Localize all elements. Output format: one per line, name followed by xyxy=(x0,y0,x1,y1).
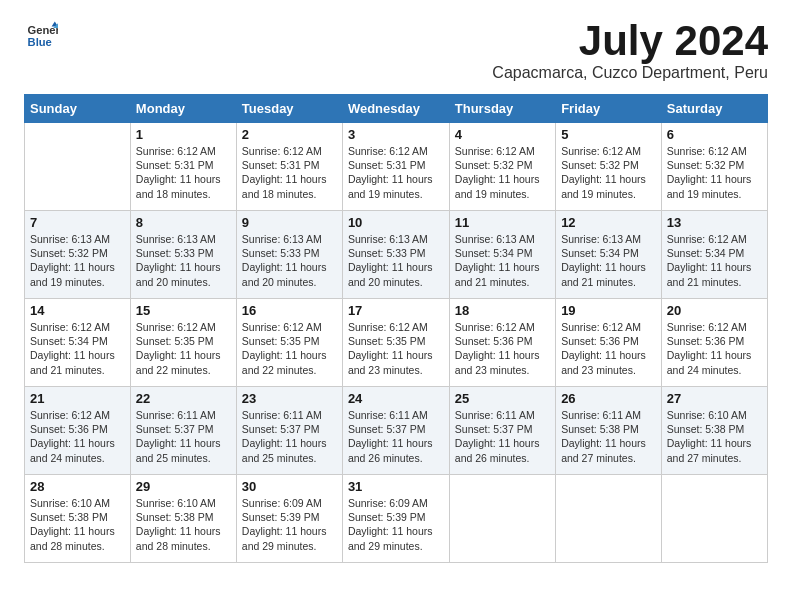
day-number: 5 xyxy=(561,127,656,142)
weekday-header-wednesday: Wednesday xyxy=(342,95,449,123)
day-info: Sunrise: 6:12 AM Sunset: 5:31 PM Dayligh… xyxy=(136,144,231,201)
day-number: 29 xyxy=(136,479,231,494)
calendar-cell: 14Sunrise: 6:12 AM Sunset: 5:34 PM Dayli… xyxy=(25,299,131,387)
weekday-header-row: SundayMondayTuesdayWednesdayThursdayFrid… xyxy=(25,95,768,123)
weekday-header-saturday: Saturday xyxy=(661,95,767,123)
calendar-cell: 20Sunrise: 6:12 AM Sunset: 5:36 PM Dayli… xyxy=(661,299,767,387)
calendar-cell: 26Sunrise: 6:11 AM Sunset: 5:38 PM Dayli… xyxy=(556,387,662,475)
day-number: 13 xyxy=(667,215,762,230)
day-number: 14 xyxy=(30,303,125,318)
location-subtitle: Capacmarca, Cuzco Department, Peru xyxy=(492,64,768,82)
day-number: 30 xyxy=(242,479,337,494)
calendar-cell: 7Sunrise: 6:13 AM Sunset: 5:32 PM Daylig… xyxy=(25,211,131,299)
weekday-header-tuesday: Tuesday xyxy=(236,95,342,123)
day-info: Sunrise: 6:13 AM Sunset: 5:32 PM Dayligh… xyxy=(30,232,125,289)
calendar-cell: 8Sunrise: 6:13 AM Sunset: 5:33 PM Daylig… xyxy=(130,211,236,299)
weekday-header-thursday: Thursday xyxy=(449,95,555,123)
day-number: 28 xyxy=(30,479,125,494)
day-info: Sunrise: 6:12 AM Sunset: 5:36 PM Dayligh… xyxy=(561,320,656,377)
day-info: Sunrise: 6:11 AM Sunset: 5:37 PM Dayligh… xyxy=(242,408,337,465)
calendar-cell: 24Sunrise: 6:11 AM Sunset: 5:37 PM Dayli… xyxy=(342,387,449,475)
day-number: 22 xyxy=(136,391,231,406)
calendar-cell: 2Sunrise: 6:12 AM Sunset: 5:31 PM Daylig… xyxy=(236,123,342,211)
day-info: Sunrise: 6:12 AM Sunset: 5:36 PM Dayligh… xyxy=(455,320,550,377)
day-number: 25 xyxy=(455,391,550,406)
day-info: Sunrise: 6:12 AM Sunset: 5:34 PM Dayligh… xyxy=(667,232,762,289)
calendar-cell: 22Sunrise: 6:11 AM Sunset: 5:37 PM Dayli… xyxy=(130,387,236,475)
calendar-cell: 3Sunrise: 6:12 AM Sunset: 5:31 PM Daylig… xyxy=(342,123,449,211)
day-info: Sunrise: 6:12 AM Sunset: 5:35 PM Dayligh… xyxy=(348,320,444,377)
day-number: 20 xyxy=(667,303,762,318)
calendar-cell: 1Sunrise: 6:12 AM Sunset: 5:31 PM Daylig… xyxy=(130,123,236,211)
day-number: 9 xyxy=(242,215,337,230)
day-info: Sunrise: 6:10 AM Sunset: 5:38 PM Dayligh… xyxy=(667,408,762,465)
day-info: Sunrise: 6:13 AM Sunset: 5:33 PM Dayligh… xyxy=(242,232,337,289)
day-info: Sunrise: 6:09 AM Sunset: 5:39 PM Dayligh… xyxy=(348,496,444,553)
day-info: Sunrise: 6:12 AM Sunset: 5:35 PM Dayligh… xyxy=(136,320,231,377)
calendar-cell: 6Sunrise: 6:12 AM Sunset: 5:32 PM Daylig… xyxy=(661,123,767,211)
calendar-cell: 29Sunrise: 6:10 AM Sunset: 5:38 PM Dayli… xyxy=(130,475,236,563)
logo: General Blue xyxy=(24,20,58,52)
calendar-cell: 21Sunrise: 6:12 AM Sunset: 5:36 PM Dayli… xyxy=(25,387,131,475)
day-info: Sunrise: 6:12 AM Sunset: 5:31 PM Dayligh… xyxy=(348,144,444,201)
calendar-cell: 11Sunrise: 6:13 AM Sunset: 5:34 PM Dayli… xyxy=(449,211,555,299)
calendar-cell: 25Sunrise: 6:11 AM Sunset: 5:37 PM Dayli… xyxy=(449,387,555,475)
calendar-cell: 31Sunrise: 6:09 AM Sunset: 5:39 PM Dayli… xyxy=(342,475,449,563)
day-info: Sunrise: 6:13 AM Sunset: 5:33 PM Dayligh… xyxy=(136,232,231,289)
day-info: Sunrise: 6:09 AM Sunset: 5:39 PM Dayligh… xyxy=(242,496,337,553)
day-number: 6 xyxy=(667,127,762,142)
day-info: Sunrise: 6:10 AM Sunset: 5:38 PM Dayligh… xyxy=(30,496,125,553)
calendar-week-row: 1Sunrise: 6:12 AM Sunset: 5:31 PM Daylig… xyxy=(25,123,768,211)
calendar-week-row: 21Sunrise: 6:12 AM Sunset: 5:36 PM Dayli… xyxy=(25,387,768,475)
day-number: 19 xyxy=(561,303,656,318)
day-info: Sunrise: 6:12 AM Sunset: 5:36 PM Dayligh… xyxy=(30,408,125,465)
day-number: 23 xyxy=(242,391,337,406)
calendar-cell: 18Sunrise: 6:12 AM Sunset: 5:36 PM Dayli… xyxy=(449,299,555,387)
day-number: 17 xyxy=(348,303,444,318)
day-info: Sunrise: 6:10 AM Sunset: 5:38 PM Dayligh… xyxy=(136,496,231,553)
calendar-cell: 19Sunrise: 6:12 AM Sunset: 5:36 PM Dayli… xyxy=(556,299,662,387)
calendar-cell xyxy=(556,475,662,563)
calendar-cell: 5Sunrise: 6:12 AM Sunset: 5:32 PM Daylig… xyxy=(556,123,662,211)
calendar-cell xyxy=(25,123,131,211)
day-number: 7 xyxy=(30,215,125,230)
day-info: Sunrise: 6:11 AM Sunset: 5:38 PM Dayligh… xyxy=(561,408,656,465)
weekday-header-sunday: Sunday xyxy=(25,95,131,123)
day-number: 4 xyxy=(455,127,550,142)
calendar-cell xyxy=(449,475,555,563)
day-number: 8 xyxy=(136,215,231,230)
calendar-cell: 17Sunrise: 6:12 AM Sunset: 5:35 PM Dayli… xyxy=(342,299,449,387)
day-number: 15 xyxy=(136,303,231,318)
month-year-title: July 2024 xyxy=(492,20,768,62)
day-info: Sunrise: 6:13 AM Sunset: 5:33 PM Dayligh… xyxy=(348,232,444,289)
title-area: July 2024 Capacmarca, Cuzco Department, … xyxy=(492,20,768,82)
day-number: 21 xyxy=(30,391,125,406)
day-number: 3 xyxy=(348,127,444,142)
day-info: Sunrise: 6:12 AM Sunset: 5:32 PM Dayligh… xyxy=(561,144,656,201)
calendar-table: SundayMondayTuesdayWednesdayThursdayFrid… xyxy=(24,94,768,563)
calendar-cell xyxy=(661,475,767,563)
day-info: Sunrise: 6:12 AM Sunset: 5:35 PM Dayligh… xyxy=(242,320,337,377)
header: General Blue July 2024 Capacmarca, Cuzco… xyxy=(24,20,768,82)
calendar-cell: 23Sunrise: 6:11 AM Sunset: 5:37 PM Dayli… xyxy=(236,387,342,475)
day-info: Sunrise: 6:12 AM Sunset: 5:31 PM Dayligh… xyxy=(242,144,337,201)
day-number: 16 xyxy=(242,303,337,318)
weekday-header-monday: Monday xyxy=(130,95,236,123)
calendar-cell: 4Sunrise: 6:12 AM Sunset: 5:32 PM Daylig… xyxy=(449,123,555,211)
day-info: Sunrise: 6:11 AM Sunset: 5:37 PM Dayligh… xyxy=(455,408,550,465)
calendar-body: 1Sunrise: 6:12 AM Sunset: 5:31 PM Daylig… xyxy=(25,123,768,563)
day-info: Sunrise: 6:12 AM Sunset: 5:32 PM Dayligh… xyxy=(667,144,762,201)
calendar-week-row: 28Sunrise: 6:10 AM Sunset: 5:38 PM Dayli… xyxy=(25,475,768,563)
day-info: Sunrise: 6:12 AM Sunset: 5:32 PM Dayligh… xyxy=(455,144,550,201)
calendar-cell: 15Sunrise: 6:12 AM Sunset: 5:35 PM Dayli… xyxy=(130,299,236,387)
day-number: 26 xyxy=(561,391,656,406)
day-info: Sunrise: 6:12 AM Sunset: 5:36 PM Dayligh… xyxy=(667,320,762,377)
day-number: 2 xyxy=(242,127,337,142)
day-info: Sunrise: 6:11 AM Sunset: 5:37 PM Dayligh… xyxy=(348,408,444,465)
day-info: Sunrise: 6:11 AM Sunset: 5:37 PM Dayligh… xyxy=(136,408,231,465)
day-number: 10 xyxy=(348,215,444,230)
day-info: Sunrise: 6:13 AM Sunset: 5:34 PM Dayligh… xyxy=(561,232,656,289)
day-number: 18 xyxy=(455,303,550,318)
calendar-week-row: 14Sunrise: 6:12 AM Sunset: 5:34 PM Dayli… xyxy=(25,299,768,387)
calendar-cell: 9Sunrise: 6:13 AM Sunset: 5:33 PM Daylig… xyxy=(236,211,342,299)
